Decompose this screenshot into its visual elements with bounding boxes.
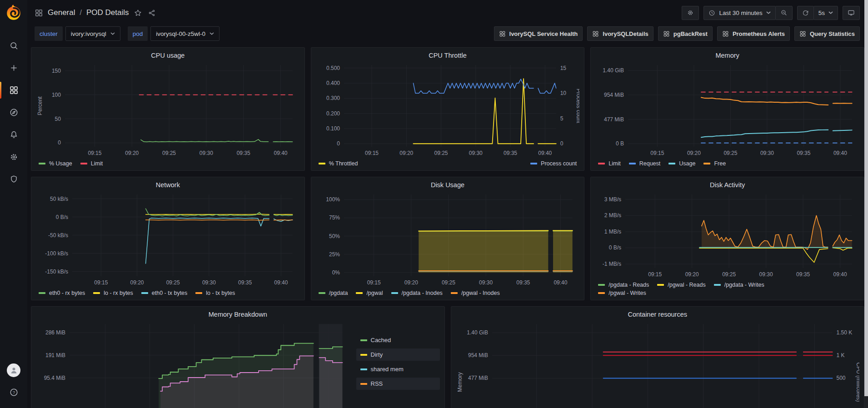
zoom-out-icon [780, 9, 788, 16]
legend-label: eth0 - tx bytes [152, 290, 188, 296]
refresh-interval-picker[interactable]: 5s [813, 6, 838, 20]
grafana-logo[interactable] [5, 4, 23, 22]
legend-item--pgdata-reads[interactable]: /pgdata - Reads [598, 282, 649, 288]
legend-item--pgdata[interactable]: /pgdata [319, 290, 348, 296]
legend-item-lo-rx-bytes[interactable]: lo - rx bytes [93, 290, 133, 296]
header-controls: Last 30 minutes 5s [682, 6, 860, 20]
breadcrumb-dashboard[interactable]: POD Details [86, 8, 129, 17]
link-label: Query Statistics [810, 30, 855, 37]
panel-network: Network 09:1509:2009:2509:3009:3509:4050… [31, 177, 305, 300]
variable-pod-label[interactable]: pod [128, 26, 148, 41]
legend-item-eth0-tx-bytes[interactable]: eth0 - tx bytes [141, 290, 188, 296]
link-query-statistics[interactable]: Query Statistics [794, 26, 860, 41]
sidebar-item-create[interactable] [0, 57, 27, 79]
legend-item-lo-tx-bytes[interactable]: lo - tx bytes [195, 290, 235, 296]
svg-text:-100 kB/s: -100 kB/s [45, 250, 68, 257]
refresh-button[interactable] [797, 6, 814, 20]
zoom-out-button[interactable] [775, 6, 793, 20]
legend-swatch [360, 354, 367, 356]
legend-item-process-count[interactable]: Process count [530, 160, 577, 167]
svg-text:09:15: 09:15 [651, 150, 664, 156]
legend-item--pgwal-inodes[interactable]: /pgwal - Inodes [451, 290, 500, 296]
legend-item--pgwal[interactable]: /pgwal [356, 290, 383, 296]
share-dashboard-button[interactable] [147, 8, 157, 18]
svg-text:09:25: 09:25 [724, 150, 738, 156]
legend-item-usage[interactable]: Usage [668, 160, 695, 167]
svg-text:09:25: 09:25 [162, 150, 176, 156]
monitor-icon [848, 9, 855, 16]
legend: eth0 - rx byteslo - rx byteseth0 - tx by… [36, 288, 300, 296]
link-prometheus-alerts[interactable]: Prometheus Alerts [717, 26, 790, 41]
legend-item--pgwal-writes[interactable]: /pgwal - Writes [598, 290, 646, 296]
time-range-label: Last 30 minutes [719, 10, 762, 16]
legend-item-cached[interactable]: Cached [356, 334, 440, 346]
sidebar-item-dashboards[interactable] [0, 79, 27, 101]
dashboard-settings-button[interactable] [682, 6, 699, 20]
legend-item-limit[interactable]: Limit [598, 160, 620, 167]
svg-text:-50 kB/s: -50 kB/s [48, 232, 68, 239]
legend-item--pgdata-writes[interactable]: /pgdata - Writes [714, 282, 764, 288]
legend-item-dirty[interactable]: Dirty [356, 348, 440, 361]
svg-text:09:15: 09:15 [367, 279, 380, 286]
svg-text:09:40: 09:40 [554, 279, 567, 286]
link-label: pgBackRest [673, 30, 708, 37]
sidebar-item-alerting[interactable] [0, 124, 27, 146]
svg-text:09:30: 09:30 [200, 150, 213, 156]
sidebar-item-profile[interactable] [0, 359, 27, 381]
star-dashboard-button[interactable] [133, 8, 143, 18]
link-ivorysqldetails[interactable]: IvorySQLDetails [587, 26, 653, 41]
cpu-usage-chart: 09:1509:2009:2509:3009:3509:40050100150P… [36, 60, 300, 159]
svg-text:1.40 GiB: 1.40 GiB [467, 329, 488, 336]
dashboard-links: IvorySQL Service Health IvorySQLDetails … [494, 26, 860, 41]
svg-text:477 MiB: 477 MiB [604, 116, 624, 123]
sidebar-item-server-admin[interactable] [0, 168, 27, 190]
svg-text:1.50 K: 1.50 K [836, 329, 852, 336]
legend-item-free[interactable]: Free [703, 160, 726, 167]
panel-title[interactable]: Network [36, 180, 300, 190]
svg-text:95.4 MiB: 95.4 MiB [44, 375, 65, 381]
legend-item-request[interactable]: Request [629, 160, 661, 167]
legend-label: lo - tx bytes [206, 290, 235, 296]
legend-item-limit[interactable]: Limit [80, 160, 103, 167]
legend-item-eth0-rx-bytes[interactable]: eth0 - rx bytes [39, 290, 85, 296]
sidebar-item-search[interactable] [0, 35, 27, 57]
panel-title[interactable]: Disk Usage [316, 180, 580, 190]
legend-item-rss[interactable]: RSS [356, 378, 440, 390]
panel-title[interactable]: CPU usage [36, 50, 300, 60]
legend-item--pgdata-inodes[interactable]: /pgdata - Inodes [391, 290, 443, 296]
share-icon [148, 9, 156, 17]
link-pgbackrest[interactable]: pgBackRest [658, 26, 713, 41]
page-scrollbar[interactable] [864, 0, 868, 408]
svg-text:09:15: 09:15 [648, 271, 662, 278]
legend-item--pgwal-reads[interactable]: /pgwal - Reads [657, 282, 705, 288]
svg-text:75%: 75% [329, 214, 340, 221]
panel-title[interactable]: Container resources [456, 309, 860, 319]
panel-title[interactable]: Disk Activity [595, 180, 859, 190]
sidebar-item-explore[interactable] [0, 101, 27, 124]
variable-cluster-value[interactable]: ivory:ivorysql [65, 26, 120, 41]
compass-icon [9, 108, 19, 117]
sidebar-item-help[interactable]: ? [0, 381, 27, 403]
svg-text:954 MiB: 954 MiB [604, 92, 624, 98]
sidebar-item-configuration[interactable] [0, 146, 27, 168]
time-range-picker[interactable]: Last 30 minutes [703, 6, 775, 20]
panel-title[interactable]: CPU Throttle [316, 50, 580, 60]
variable-cluster-label[interactable]: cluster [35, 26, 63, 41]
legend-item--usage[interactable]: % Usage [39, 160, 72, 167]
legend-item--throttled[interactable]: % Throttled [319, 160, 358, 167]
scrollbar-thumb[interactable] [864, 0, 868, 396]
breadcrumb-folder[interactable]: General [48, 8, 75, 17]
legend-swatch [80, 163, 87, 164]
legend-swatch [319, 292, 325, 294]
cycle-view-mode-button[interactable] [843, 6, 860, 20]
refresh-interval-label: 5s [818, 10, 825, 16]
link-ivorysql-service-health[interactable]: IvorySQL Service Health [494, 26, 583, 41]
panel-title[interactable]: Memory Breakdown [36, 309, 440, 319]
svg-text:5: 5 [560, 115, 563, 122]
variable-pod-value[interactable]: ivorysql-00-z5wl-0 [150, 26, 219, 41]
panel-title[interactable]: Memory [595, 50, 859, 60]
legend-item-shared-mem[interactable]: shared mem [356, 363, 440, 375]
svg-text:09:25: 09:25 [434, 150, 448, 156]
cpu-throttle-chart: 09:1509:2009:2509:3009:3509:4000.1000.20… [316, 60, 580, 159]
refresh-icon [802, 10, 809, 16]
